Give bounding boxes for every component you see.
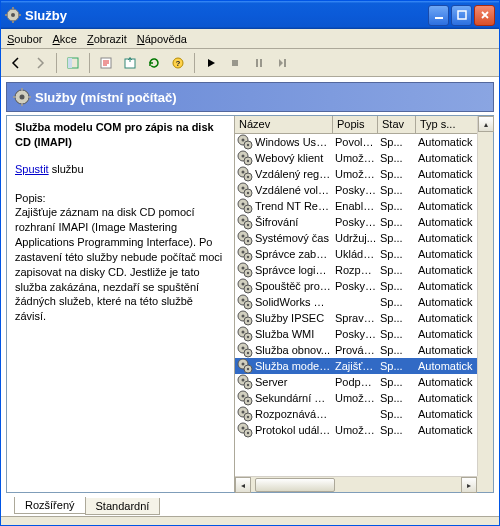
cell-popis: Podpor... (335, 376, 380, 388)
service-row[interactable]: Windows User...Povolí ...Sp...Automatick (235, 134, 493, 150)
svg-point-19 (20, 95, 25, 100)
cell-stav: Sp... (380, 184, 418, 196)
cell-popis: Enable... (335, 200, 380, 212)
cell-popis: Umožň... (335, 152, 380, 164)
cell-popis: Poskyt... (335, 328, 380, 340)
service-row[interactable]: Spouštěč proc...Poskyt...Sp...Automatick (235, 278, 493, 294)
cell-name: Vzdálený registr (255, 168, 335, 180)
export-button[interactable] (119, 52, 141, 74)
svg-rect-15 (256, 59, 258, 67)
svg-point-69 (242, 315, 245, 318)
cell-name: Služba WMI (255, 328, 335, 340)
col-popis[interactable]: Popis (333, 116, 378, 133)
gear-icon (237, 198, 253, 214)
svg-point-53 (242, 251, 245, 254)
start-service-link[interactable]: Spustit (15, 163, 49, 175)
cell-stav: Sp... (380, 360, 418, 372)
service-row[interactable]: Správce zabe...Ukládá ...Sp...Automatick (235, 246, 493, 262)
gear-icon (237, 374, 253, 390)
svg-point-87 (247, 384, 249, 386)
tab-extended[interactable]: Rozšířený (14, 497, 86, 514)
svg-point-61 (242, 283, 245, 286)
svg-point-45 (242, 219, 245, 222)
col-stav[interactable]: Stav (378, 116, 416, 133)
cell-name: Služba obnov... (255, 344, 335, 356)
col-name[interactable]: Název (235, 116, 333, 133)
menu-zobrazit[interactable]: Zobrazit (87, 33, 127, 45)
svg-point-39 (247, 192, 249, 194)
cell-name: Správce zabe... (255, 248, 335, 260)
vertical-scrollbar[interactable]: ▴ (477, 116, 493, 476)
service-row[interactable]: Správce logick...Rozpoz...Sp...Automatic… (235, 262, 493, 278)
svg-point-73 (242, 331, 245, 334)
cell-stav: Sp... (380, 168, 418, 180)
gear-icon (237, 390, 253, 406)
service-row[interactable]: SolidWorks Sol...Sp...Automatick (235, 294, 493, 310)
svg-point-75 (247, 336, 249, 338)
svg-rect-17 (284, 59, 286, 67)
back-button[interactable] (5, 52, 27, 74)
show-hide-tree-button[interactable] (62, 52, 84, 74)
horizontal-scrollbar[interactable]: ◂ ▸ (235, 476, 477, 492)
refresh-button[interactable] (143, 52, 165, 74)
svg-point-85 (242, 379, 245, 382)
service-row[interactable]: Systémový časUdržuj...Sp...Automatick (235, 230, 493, 246)
svg-point-97 (242, 427, 245, 430)
cell-stav: Sp... (380, 328, 418, 340)
service-row[interactable]: Trend NT Real...Enable...Sp...Automatick (235, 198, 493, 214)
close-button[interactable] (474, 5, 495, 26)
service-row[interactable]: Vzdálený registrUmožň...Sp...Automatick (235, 166, 493, 182)
cell-popis: Povolí ... (335, 136, 380, 148)
service-row[interactable]: ŠifrováníPoskyt...Sp...Automatick (235, 214, 493, 230)
minimize-button[interactable] (428, 5, 449, 26)
menu-soubor[interactable]: Soubor (7, 33, 42, 45)
svg-point-51 (247, 240, 249, 242)
gear-icon (237, 182, 253, 198)
scroll-up-button[interactable]: ▴ (478, 116, 494, 132)
maximize-button[interactable] (451, 5, 472, 26)
tab-standard[interactable]: Standardní (85, 498, 161, 515)
gear-icon (237, 326, 253, 342)
service-row[interactable]: Sekundární při...Umožň...Sp...Automatick (235, 390, 493, 406)
cell-stav: Sp... (380, 280, 418, 292)
stop-service-button (224, 52, 246, 74)
menu-akce[interactable]: Akce (52, 33, 76, 45)
service-row[interactable]: Webový klientUmožň...Sp...Automatick (235, 150, 493, 166)
content-area: Služba modelu COM pro zápis na disk CD (… (6, 115, 494, 493)
scroll-thumb[interactable] (255, 478, 335, 492)
forward-button (29, 52, 51, 74)
gear-icon (237, 422, 253, 438)
svg-point-55 (247, 256, 249, 258)
help-button[interactable]: ? (167, 52, 189, 74)
gear-icon (237, 310, 253, 326)
service-row[interactable]: Služba obnov...Provád...Sp...Automatick (235, 342, 493, 358)
service-row[interactable]: Služby IPSECSpravu...Sp...Automatick (235, 310, 493, 326)
svg-point-67 (247, 304, 249, 306)
svg-point-63 (247, 288, 249, 290)
description-text: Zajišťuje záznam na disk CD pomocí rozhr… (15, 205, 226, 324)
menu-napoveda[interactable]: Nápověda (137, 33, 187, 45)
scroll-left-button[interactable]: ◂ (235, 477, 251, 493)
service-row[interactable]: Protokol událostíUmožň...Sp...Automatick (235, 422, 493, 438)
scroll-right-button[interactable]: ▸ (461, 477, 477, 493)
service-row[interactable]: Rozpoznávání ...Sp...Automatick (235, 406, 493, 422)
svg-point-83 (247, 368, 249, 370)
service-row[interactable]: Služba WMIPoskyt...Sp...Automatick (235, 326, 493, 342)
cell-popis: Umožň... (335, 168, 380, 180)
service-row[interactable]: Služba modelu...Zajišťu...Sp...Automatic… (235, 358, 493, 374)
properties-button[interactable] (95, 52, 117, 74)
cell-stav: Sp... (380, 152, 418, 164)
svg-rect-23 (28, 96, 31, 98)
pause-service-button (248, 52, 270, 74)
cell-popis: Spravu... (335, 312, 380, 324)
scroll-corner (477, 476, 493, 492)
start-service-button[interactable] (200, 52, 222, 74)
service-row[interactable]: Vzdálené volá...Poskyt...Sp...Automatick (235, 182, 493, 198)
svg-point-29 (242, 155, 245, 158)
svg-rect-4 (5, 14, 8, 16)
service-row[interactable]: ServerPodpor...Sp...Automatick (235, 374, 493, 390)
svg-point-1 (11, 13, 15, 17)
gear-icon (237, 246, 253, 262)
svg-rect-3 (12, 20, 14, 23)
details-pane: Služba modelu COM pro zápis na disk CD (… (7, 116, 235, 492)
